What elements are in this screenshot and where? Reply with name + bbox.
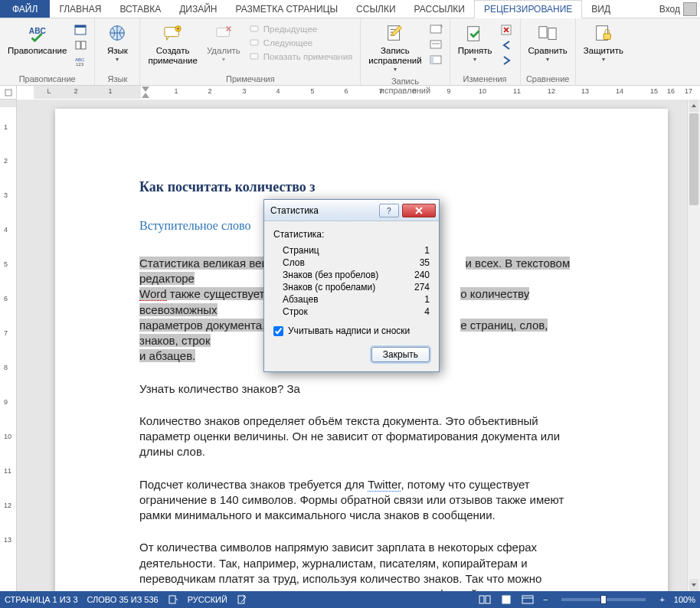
zoom-slider-thumb[interactable] — [600, 595, 607, 604]
status-words[interactable]: СЛОВО 35 ИЗ 536 — [87, 595, 159, 604]
svg-rect-3 — [76, 41, 80, 49]
stat-row: Знаков (с пробелами)274 — [283, 281, 430, 293]
ruler-vertical[interactable]: 12345678910111213 — [0, 100, 17, 591]
prev-change-icon[interactable] — [499, 38, 515, 52]
dialog-close-action-button[interactable]: Закрыть — [371, 347, 430, 362]
status-proofing[interactable] — [168, 594, 178, 605]
track-changes-icon — [383, 23, 407, 44]
accept-button[interactable]: Принять ▾ — [455, 21, 496, 64]
tab-home[interactable]: ГЛАВНАЯ — [50, 0, 110, 18]
first-line-indent-marker[interactable] — [142, 87, 149, 92]
zoom-in-button[interactable]: + — [659, 595, 664, 604]
vertical-scrollbar[interactable] — [687, 100, 700, 591]
group-language-label: Язык — [100, 73, 135, 85]
svg-rect-15 — [430, 25, 441, 33]
protect-button[interactable]: Защитить ▾ — [581, 21, 626, 64]
svg-rect-13 — [250, 54, 258, 59]
group-tracking: Запись исправлений ▾ Запись исправлений — [361, 18, 450, 85]
prev-comment-button[interactable]: Предыдущее — [247, 23, 355, 35]
view-print-button[interactable] — [500, 595, 512, 604]
scroll-thumb[interactable] — [689, 113, 698, 205]
svg-rect-12 — [250, 40, 258, 45]
new-comment-button[interactable]: Создать примечание — [145, 21, 201, 67]
language-button[interactable]: Язык ▾ — [100, 21, 135, 64]
accept-label: Принять — [458, 46, 492, 56]
include-textboxes-input[interactable] — [273, 326, 283, 336]
paragraph-4: Подсчет количества знаков требуется для … — [139, 477, 584, 524]
compare-label: Сравнить — [528, 46, 568, 56]
spelling-button[interactable]: ABC Правописание — [5, 21, 70, 57]
compare-button[interactable]: Сравнить ▾ — [525, 21, 571, 64]
scroll-down-button[interactable] — [689, 579, 698, 591]
svg-text:123: 123 — [76, 62, 84, 67]
dialog-close-button[interactable] — [402, 204, 436, 217]
svg-text:?: ? — [387, 207, 391, 215]
status-language[interactable]: РУССКИЙ — [188, 595, 227, 604]
help-icon: ? — [384, 206, 394, 215]
display-for-review-icon[interactable] — [428, 23, 445, 37]
dialog-help-button[interactable]: ? — [379, 204, 399, 217]
zoom-level[interactable]: 100% — [674, 595, 695, 604]
status-bar: СТРАНИЦА 1 ИЗ 3 СЛОВО 35 ИЗ 536 РУССКИЙ … — [0, 591, 700, 608]
statistics-dialog: Статистика ? Статистика: Страниц1Слов35З… — [263, 199, 440, 372]
stat-row: Слов35 — [283, 257, 430, 269]
reviewing-pane-icon[interactable] — [428, 54, 445, 67]
zoom-slider[interactable] — [561, 598, 646, 601]
show-icon — [250, 51, 260, 62]
globe-icon — [105, 23, 129, 44]
tab-file[interactable]: ФАЙЛ — [0, 0, 50, 18]
tracking-extras — [428, 21, 445, 67]
group-tracking-label: Запись исправлений — [365, 75, 444, 96]
svg-rect-29 — [169, 596, 175, 603]
research-icon[interactable] — [73, 38, 90, 52]
tab-references[interactable]: ССЫЛКИ — [347, 0, 404, 18]
svg-rect-33 — [502, 596, 510, 603]
status-page[interactable]: СТРАНИЦА 1 ИЗ 3 — [5, 595, 78, 604]
close-icon — [414, 207, 424, 214]
user-avatar-icon — [683, 2, 697, 16]
thesaurus-icon[interactable] — [73, 23, 90, 37]
dialog-titlebar[interactable]: Статистика ? — [264, 200, 439, 221]
stat-row: Страниц1 — [283, 244, 430, 257]
tab-mailings[interactable]: РАССЫЛКИ — [405, 0, 474, 18]
paragraph-5: От количества символов напрямую зависит … — [139, 540, 584, 591]
group-compare: Сравнить ▾ Сравнение — [521, 18, 576, 85]
view-web-button[interactable] — [522, 595, 534, 604]
track-icon — [237, 594, 247, 605]
view-readmode-button[interactable] — [479, 595, 491, 604]
next-change-icon[interactable] — [499, 54, 515, 67]
show-comments-button[interactable]: Показать примечания — [247, 51, 355, 63]
hanging-indent-marker[interactable] — [142, 93, 149, 98]
ruler-toggle[interactable] — [0, 86, 17, 100]
scroll-up-button[interactable] — [689, 100, 698, 112]
delete-comment-button[interactable]: Удалить ▾ — [204, 21, 244, 64]
status-track[interactable] — [237, 594, 247, 605]
zoom-out-button[interactable]: − — [543, 595, 548, 604]
paragraph-3: Количество знаков определяет объём текст… — [139, 414, 584, 460]
group-spelling-label: Правописание — [5, 73, 90, 85]
weblayout-icon — [522, 595, 534, 604]
ribbon: ABC Правописание ABC123 Правописание Язы… — [0, 18, 700, 86]
tab-design[interactable]: ДИЗАЙН — [170, 0, 226, 18]
group-compare-label: Сравнение — [525, 73, 571, 85]
wordcount-icon[interactable]: ABC123 — [73, 54, 90, 67]
reject-icon[interactable] — [499, 23, 515, 37]
spelling-icon: ABC — [25, 23, 50, 44]
track-changes-button[interactable]: Запись исправлений ▾ — [365, 21, 424, 75]
tab-insert[interactable]: ВСТАВКА — [110, 0, 170, 18]
tab-view[interactable]: ВИД — [582, 0, 620, 18]
next-comment-label: Следующее — [263, 38, 312, 47]
login-button[interactable]: Вход — [659, 0, 700, 18]
show-markup-icon[interactable] — [428, 38, 445, 52]
tab-layout[interactable]: РАЗМЕТКА СТРАНИЦЫ — [227, 0, 348, 18]
changes-extras — [499, 21, 515, 67]
show-comments-label: Показать примечания — [263, 52, 352, 61]
group-changes-label: Изменения — [455, 73, 515, 85]
prev-comment-label: Предыдущее — [263, 25, 317, 34]
chevron-down-icon: ▾ — [116, 56, 119, 63]
chevron-down-icon: ▾ — [602, 56, 605, 63]
tab-review[interactable]: РЕЦЕНЗИРОВАНИЕ — [474, 0, 582, 18]
next-comment-button[interactable]: Следующее — [247, 37, 355, 49]
include-textboxes-checkbox[interactable]: Учитывать надписи и сноски — [273, 325, 430, 336]
group-protect: Защитить ▾ — [576, 18, 631, 85]
